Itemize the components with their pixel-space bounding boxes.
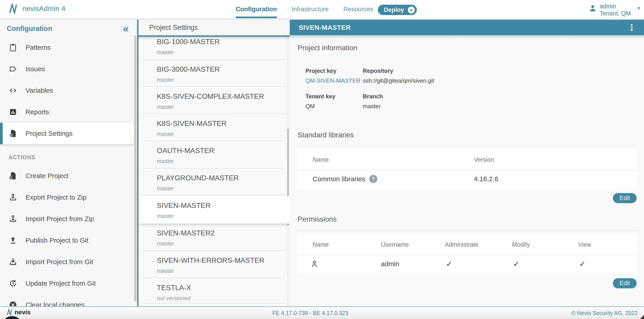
sidebar-item-label: Project Settings — [26, 130, 72, 137]
file-gear-icon — [8, 129, 18, 138]
list-item[interactable]: OAUTH-MASTER master — [138, 141, 290, 168]
username-cell: admin — [381, 260, 399, 268]
action-label: Export Project to Zip — [26, 194, 86, 201]
sidebar-nav: Patterns Issues Variables Reports — [0, 37, 137, 144]
svg-text:ZIP: ZIP — [12, 197, 14, 198]
user-menu[interactable]: admin Tenant: QM ▼ — [588, 3, 641, 17]
project-name: BIG-3000-MASTER — [157, 65, 290, 74]
nevis-logo-icon — [8, 3, 18, 14]
app-brand[interactable]: nevisAdmin 4 — [8, 3, 66, 14]
list-item[interactable]: SIVEN-WITH-ERRORS-MASTER master — [138, 251, 290, 278]
tag-icon — [8, 64, 18, 74]
top-bar: nevisAdmin 4 Configuration Infrastructur… — [0, 0, 644, 20]
field-label: Branch — [363, 93, 434, 100]
action-publish-project-git[interactable]: Publish Project to Git — [0, 230, 137, 251]
column-header-view: View — [578, 241, 591, 248]
project-name: BIG-1000-MASTER — [157, 37, 290, 46]
tab-infrastructure[interactable]: Infrastructure — [292, 0, 329, 18]
section-heading-standard-libraries: Standard libraries — [298, 130, 354, 139]
sidebar-item-variables[interactable]: Variables — [0, 80, 137, 101]
nevisadmin-app: nevisAdmin 4 Configuration Infrastructur… — [0, 0, 644, 319]
list-item-selected[interactable]: SIVEN-MASTER master — [138, 196, 290, 224]
project-name: SIVEN-WITH-ERRORS-MASTER — [157, 256, 290, 265]
clipboard-icon — [8, 43, 18, 52]
file-plus-icon — [8, 171, 18, 180]
user-type-cell — [310, 260, 319, 268]
upload-icon — [8, 236, 18, 245]
zip-export-icon: ZIP — [8, 193, 18, 202]
column-header-name: Name — [312, 241, 329, 248]
edit-standard-libraries-button[interactable]: Edit — [613, 193, 636, 203]
action-update-project-git[interactable]: Update Project from Git — [0, 273, 137, 294]
action-import-project-git[interactable]: Import Project from Git — [0, 251, 137, 273]
svg-text:ZIP: ZIP — [12, 216, 14, 217]
caret-down-icon: ▼ — [636, 6, 641, 11]
field-value: master — [363, 102, 434, 110]
project-key-link[interactable]: QM-SIVEN-MASTER — [306, 77, 363, 84]
sidebar-actions: Create Project ZIP Export Project to Zip… — [0, 165, 137, 306]
action-export-project-zip[interactable]: ZIP Export Project to Zip — [0, 186, 137, 208]
edit-permissions-button[interactable]: Edit — [613, 278, 636, 288]
list-item[interactable]: K8S-SIVEN-MASTER master — [138, 114, 290, 141]
table-row: Common libraries ? 4.16.2.6 — [298, 170, 637, 188]
field-label: Tenant key — [306, 93, 363, 100]
project-branch: master — [157, 104, 290, 110]
sidebar-item-label: Patterns — [26, 44, 51, 51]
list-item[interactable]: BIG-3000-MASTER master — [138, 60, 290, 87]
section-heading-project-information: Project information — [298, 43, 358, 52]
column-header-administrate: Administrate — [445, 241, 478, 248]
sidebar-item-project-settings[interactable]: Project Settings — [0, 123, 137, 144]
list-item[interactable]: SIVEN-MASTER2 master — [138, 224, 290, 251]
field-branch: Branch master — [363, 93, 434, 110]
sidebar-header: Configuration « — [0, 20, 137, 33]
library-name: Common libraries — [312, 175, 365, 183]
project-branch: master — [157, 185, 290, 192]
user-name: admin — [600, 3, 631, 10]
version-info: FE 4.17.0-739 - BE 4.17.0.323 — [0, 310, 621, 316]
action-clear-local-changes[interactable]: Clear local changes — [0, 294, 137, 306]
list-panel-title: Project Settings — [138, 20, 290, 36]
standard-libraries-table: Name Version Common libraries ? 4.16.2.6 — [298, 150, 637, 188]
project-name: SIVEN-MASTER — [157, 201, 290, 210]
field-tenant-key: Tenant key QM — [306, 93, 363, 110]
action-label: Import Project from Zip — [26, 215, 94, 223]
field-label: Repository — [363, 67, 434, 74]
resize-grip[interactable] — [640, 315, 644, 319]
tab-resources[interactable]: Resources — [343, 0, 373, 18]
deploy-button[interactable]: Deploy ▶ — [378, 5, 417, 15]
list-item[interactable]: PLAYGROUND-MASTER master — [138, 168, 290, 196]
widget-button[interactable] — [2, 316, 22, 319]
detail-title: SIVEN-MASTER — [299, 24, 351, 31]
detail-header: SIVEN-MASTER ⋮ — [290, 20, 644, 35]
kebab-menu-icon[interactable]: ⋮ — [628, 24, 636, 31]
action-label: Publish Project to Git — [26, 236, 88, 244]
tab-configuration[interactable]: Configuration — [236, 0, 277, 18]
section-rule — [298, 230, 637, 231]
list-item[interactable]: BIG-1000-MASTER master — [138, 37, 290, 60]
action-label: Update Project from Git — [26, 280, 96, 287]
sidebar-item-label: Reports — [26, 108, 49, 116]
collapse-sidebar-icon[interactable]: « — [123, 25, 128, 32]
field-value: ssh://git@gitea/qm/siven.git — [363, 77, 434, 84]
action-create-project[interactable]: Create Project — [0, 165, 137, 186]
user-info: admin Tenant: QM — [600, 3, 631, 17]
sidebar-item-issues[interactable]: Issues — [0, 58, 137, 80]
table-header-row: Name Username Administrate Modify View — [298, 234, 637, 255]
project-name: OAUTH-MASTER — [157, 146, 290, 155]
list-item[interactable]: K8S-SIVEN-COMPLEX-MASTER master — [138, 87, 290, 114]
list-item[interactable]: TESTLA-X not versioned — [138, 278, 290, 304]
project-branch: master — [157, 212, 290, 219]
project-branch: master — [157, 130, 290, 137]
sidebar-item-patterns[interactable]: Patterns — [0, 37, 137, 58]
table-row: admin ✓ ✓ ✓ — [298, 255, 637, 273]
help-icon[interactable]: ? — [369, 175, 377, 183]
list-header-rule — [137, 36, 290, 37]
permissions-table: Name Username Administrate Modify View a… — [298, 234, 637, 273]
clear-circle-icon — [8, 300, 18, 306]
project-list: BIG-1000-MASTER master BIG-3000-MASTER m… — [138, 37, 290, 306]
action-import-project-zip[interactable]: ZIP Import Project from Zip — [0, 208, 137, 230]
deploy-label: Deploy — [384, 6, 404, 14]
field-value: QM — [306, 102, 363, 110]
sidebar-item-reports[interactable]: Reports — [0, 101, 137, 123]
sidebar-scrollbar[interactable] — [134, 36, 136, 301]
